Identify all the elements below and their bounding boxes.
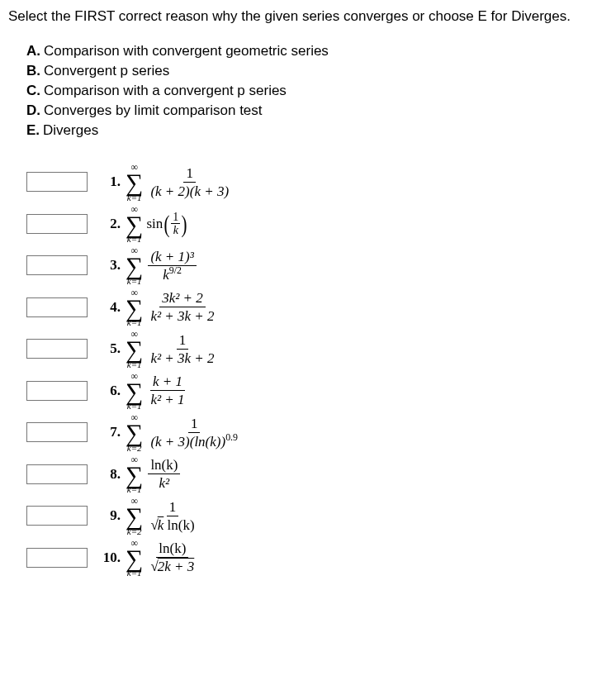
fraction: 3k² + 2 k² + 3k + 2	[148, 289, 216, 326]
problem-2: 2. ∞ ∑ k=1 sin ( 1 k )	[26, 204, 608, 245]
problem-10: 10. ∞ ∑ k=1 ln(k) √2k + 3	[26, 538, 608, 578]
series-expression: ∞ ∑ k=1 ln(k) √2k + 3	[126, 538, 198, 578]
problem-number: 5.	[102, 340, 121, 357]
series-expression: ∞ ∑ k=1 k + 1 k² + 1	[126, 371, 189, 412]
problem-number: 7.	[102, 424, 121, 440]
problem-7: 7. ∞ ∑ k=2 1 (k + 3)(ln(k))0.9	[26, 412, 608, 453]
sigma-icon: ∞ ∑ k=1	[126, 538, 143, 578]
problem-number: 4.	[102, 299, 121, 316]
right-paren-icon: )	[182, 214, 187, 234]
fraction: ln(k) k²	[148, 456, 180, 493]
option-letter: B.	[26, 63, 40, 79]
problem-9: 9. ∞ ∑ k=2 1 √k ln(k)	[26, 496, 608, 536]
answer-input-6[interactable]	[26, 381, 88, 401]
option-text: Converges by limit comparison test	[44, 102, 263, 118]
series-expression: ∞ ∑ k=1 (k + 1)³ k9/2	[126, 245, 198, 286]
option-letter: E.	[26, 122, 40, 138]
option-d: D.Converges by limit comparison test	[26, 102, 608, 119]
problem-5: 5. ∞ ∑ k=1 1 k² + 3k + 2	[26, 329, 608, 369]
problem-number: 10.	[102, 550, 121, 566]
series-expression: ∞ ∑ k=1 ln(k) k²	[126, 454, 182, 495]
option-c: C.Comparison with a convergent p series	[26, 83, 608, 99]
sigma-icon: ∞ ∑ k=1	[126, 245, 143, 286]
left-paren-icon: (	[164, 214, 170, 234]
answer-input-10[interactable]	[26, 548, 88, 568]
answer-input-1[interactable]	[26, 172, 88, 192]
answer-input-8[interactable]	[26, 464, 88, 484]
option-a: A.Comparison with convergent geometric s…	[26, 43, 608, 59]
problem-6: 6. ∞ ∑ k=1 k + 1 k² + 1	[26, 371, 608, 412]
fraction: 1 (k + 3)(ln(k))0.9	[148, 415, 240, 451]
fraction: 1 (k + 2)(k + 3)	[148, 164, 231, 201]
fraction: (k + 1)³ k9/2	[148, 248, 196, 284]
option-text: Convergent p series	[44, 63, 169, 79]
sigma-icon: ∞ ∑ k=1	[126, 329, 143, 369]
series-expression: ∞ ∑ k=1 1 k² + 3k + 2	[126, 329, 219, 369]
option-e: E.Diverges	[26, 122, 608, 139]
option-letter: A.	[26, 43, 40, 59]
problem-3: 3. ∞ ∑ k=1 (k + 1)³ k9/2	[26, 245, 608, 286]
sigma-icon: ∞ ∑ k=1	[126, 288, 143, 328]
series-expression: ∞ ∑ k=2 1 √k ln(k)	[126, 496, 199, 536]
series-expression: ∞ ∑ k=2 1 (k + 3)(ln(k))0.9	[126, 412, 242, 453]
sigma-icon: ∞ ∑ k=2	[126, 412, 143, 453]
answer-input-9[interactable]	[26, 506, 88, 526]
sigma-icon: ∞ ∑ k=2	[126, 496, 143, 536]
series-expression: ∞ ∑ k=1 1 (k + 2)(k + 3)	[126, 162, 233, 202]
answer-options: A.Comparison with convergent geometric s…	[26, 43, 608, 139]
option-letter: D.	[26, 102, 40, 118]
answer-input-5[interactable]	[26, 339, 88, 359]
option-text: Diverges	[43, 122, 98, 138]
fraction: 1 k² + 3k + 2	[148, 331, 216, 368]
option-b: B.Convergent p series	[26, 63, 608, 79]
sigma-icon: ∞ ∑ k=1	[126, 454, 143, 495]
question-prompt: Select the FIRST correct reason why the …	[8, 8, 608, 25]
answer-input-2[interactable]	[26, 214, 88, 234]
series-expression: ∞ ∑ k=1 3k² + 2 k² + 3k + 2	[126, 288, 219, 328]
problem-number: 8.	[102, 466, 121, 483]
answer-input-4[interactable]	[26, 297, 88, 317]
problem-number: 2.	[102, 216, 121, 232]
fraction: ln(k) √2k + 3	[148, 540, 197, 576]
sigma-icon: ∞ ∑ k=1	[126, 162, 143, 202]
sigma-icon: ∞ ∑ k=1	[126, 371, 143, 412]
answer-input-3[interactable]	[26, 255, 88, 275]
fraction: 1 √k ln(k)	[148, 498, 197, 535]
problem-8: 8. ∞ ∑ k=1 ln(k) k²	[26, 454, 608, 495]
option-letter: C.	[26, 83, 40, 98]
problem-list: 1. ∞ ∑ k=1 1 (k + 2)(k + 3) 2. ∞ ∑ k=1 s…	[26, 162, 608, 578]
option-text: Comparison with convergent geometric ser…	[44, 43, 329, 59]
problem-4: 4. ∞ ∑ k=1 3k² + 2 k² + 3k + 2	[26, 288, 608, 328]
problem-number: 3.	[102, 257, 121, 274]
problem-number: 6.	[102, 383, 121, 399]
problem-number: 9.	[102, 507, 121, 524]
problem-number: 1.	[102, 174, 121, 190]
fraction: 1 k	[171, 211, 180, 237]
fraction: k + 1 k² + 1	[148, 373, 187, 409]
series-expression: ∞ ∑ k=1 sin ( 1 k )	[126, 204, 188, 245]
answer-input-7[interactable]	[26, 422, 88, 442]
option-text: Comparison with a convergent p series	[44, 83, 287, 98]
problem-1: 1. ∞ ∑ k=1 1 (k + 2)(k + 3)	[26, 162, 608, 202]
sigma-icon: ∞ ∑ k=1	[126, 204, 143, 245]
